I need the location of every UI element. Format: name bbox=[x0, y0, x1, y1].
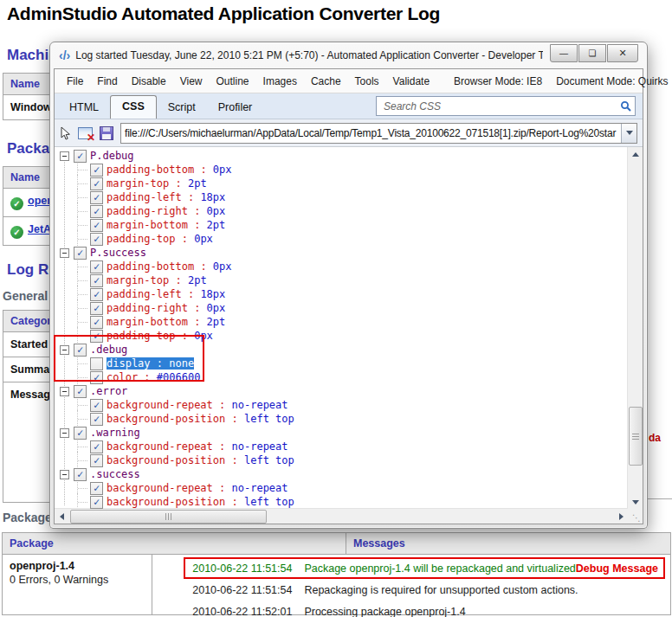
css-tree: ✓P.debug✓padding-bottom : 0px✓margin-top… bbox=[55, 147, 628, 509]
css-property-name: margin-bottom bbox=[107, 316, 188, 328]
close-button[interactable]: ✕ bbox=[607, 44, 638, 62]
menu-tools[interactable]: Tools bbox=[348, 72, 386, 91]
collapse-icon[interactable] bbox=[60, 248, 69, 258]
css-property-row[interactable]: ✓padding-left : 18px bbox=[55, 190, 628, 204]
menu-outline[interactable]: Outline bbox=[210, 72, 256, 91]
rule-checkbox[interactable]: ✓ bbox=[90, 316, 103, 329]
rule-checkbox[interactable]: ✓ bbox=[90, 164, 103, 177]
menu-images[interactable]: Images bbox=[256, 72, 304, 91]
collapse-icon[interactable] bbox=[60, 428, 69, 438]
message-timestamp: 2010-06-22 11:52:01 bbox=[192, 606, 292, 617]
css-property-row[interactable]: ✓padding-top : 0px bbox=[55, 232, 628, 246]
rule-checkbox[interactable]: ✓ bbox=[90, 219, 103, 232]
horizontal-scrollbar[interactable] bbox=[55, 508, 628, 524]
titlebar[interactable]: ‹/› Log started Tuesday, June 22, 2010 5… bbox=[50, 42, 647, 68]
tab-css[interactable]: CSS bbox=[110, 95, 157, 119]
rule-checkbox[interactable]: ✓ bbox=[90, 177, 103, 190]
rule-checkbox[interactable]: ✓ bbox=[90, 233, 103, 246]
rule-checkbox[interactable]: ✓ bbox=[90, 260, 103, 273]
save-icon[interactable] bbox=[100, 126, 113, 140]
stylesheet-combobox[interactable]: file:///C:/Users/michaelurman/AppData/Lo… bbox=[120, 123, 637, 144]
css-property-row[interactable]: ✓padding-right : 0px bbox=[55, 301, 628, 315]
rule-checkbox[interactable]: ✓ bbox=[74, 468, 87, 481]
css-property-row[interactable]: ✓padding-right : 0px bbox=[55, 204, 628, 218]
rule-checkbox[interactable]: ✓ bbox=[90, 454, 103, 467]
tab-html[interactable]: HTML bbox=[58, 97, 110, 119]
log-message: 2010-06-22 11:52:01 Processing package o… bbox=[184, 601, 665, 617]
css-property-row[interactable]: ✓background-position : left top bbox=[55, 412, 628, 426]
menu-disable[interactable]: Disable bbox=[125, 72, 173, 91]
resize-grip-icon[interactable]: ⋱ bbox=[628, 509, 643, 524]
rule-checkbox[interactable]: ✓ bbox=[90, 191, 103, 204]
rule-checkbox[interactable]: ✓ bbox=[90, 399, 103, 412]
collapse-icon[interactable] bbox=[60, 387, 69, 396]
css-rule-row[interactable]: ✓.warning bbox=[55, 426, 628, 440]
css-property-row[interactable]: ✓margin-bottom : 2pt bbox=[55, 315, 628, 329]
css-property-row[interactable]: ✓margin-bottom : 2pt bbox=[55, 218, 628, 232]
minimize-button[interactable]: — bbox=[550, 44, 578, 62]
collapse-icon[interactable] bbox=[60, 470, 69, 479]
log-message: 2010-06-22 11:51:54 Repackaging is requi… bbox=[184, 579, 665, 601]
maximize-button[interactable]: ❏ bbox=[578, 44, 606, 62]
css-property-row[interactable]: ✓background-repeat : no-repeat bbox=[55, 398, 628, 412]
menu-validate[interactable]: Validate bbox=[386, 72, 436, 91]
vertical-scrollbar[interactable] bbox=[627, 147, 643, 509]
css-property-row[interactable]: ✓margin-top : 2pt bbox=[55, 273, 628, 287]
tab-script[interactable]: Script bbox=[157, 97, 207, 119]
menu-cache[interactable]: Cache bbox=[304, 72, 348, 91]
rule-checkbox[interactable]: ✓ bbox=[90, 482, 103, 495]
machines-heading: Machi bbox=[7, 47, 48, 64]
css-rule-row[interactable]: ✓.error bbox=[55, 384, 628, 398]
css-property-name: padding-bottom bbox=[107, 260, 194, 273]
col-header-messages: Messages bbox=[346, 533, 670, 554]
clear-browser-cache-icon[interactable] bbox=[78, 127, 93, 139]
table-border-fragment bbox=[646, 498, 672, 499]
css-property-row[interactable]: ✓padding-bottom : 0px bbox=[55, 163, 628, 177]
rule-checkbox[interactable]: ✓ bbox=[90, 440, 103, 453]
css-rule-row[interactable]: ✓P.success bbox=[55, 246, 628, 260]
rule-checkbox[interactable]: ✓ bbox=[74, 385, 87, 398]
collapse-icon[interactable] bbox=[60, 151, 69, 161]
css-property-row[interactable]: ✓padding-left : 18px bbox=[55, 287, 628, 301]
css-rule-row[interactable]: ✓.success bbox=[55, 467, 628, 481]
scroll-right-button[interactable] bbox=[614, 510, 628, 524]
rule-checkbox[interactable]: ✓ bbox=[74, 247, 87, 260]
tab-profiler[interactable]: Profiler bbox=[207, 97, 264, 119]
rule-checkbox[interactable]: ✓ bbox=[90, 274, 103, 287]
css-property-value: 2pt bbox=[188, 274, 207, 286]
clipped-red-text: da bbox=[649, 432, 661, 444]
rule-checkbox[interactable]: ✓ bbox=[90, 205, 103, 218]
scroll-up-button[interactable] bbox=[628, 147, 643, 161]
rule-checkbox[interactable]: ✓ bbox=[90, 496, 103, 509]
scroll-down-button[interactable] bbox=[628, 495, 643, 509]
menu-view[interactable]: View bbox=[173, 72, 210, 91]
css-rule-row[interactable]: ✓P.debug bbox=[55, 149, 628, 163]
css-selector: .success bbox=[90, 468, 140, 480]
rule-checkbox[interactable]: ✓ bbox=[74, 150, 87, 163]
rule-checkbox[interactable]: ✓ bbox=[90, 413, 103, 426]
css-property-row[interactable]: ✓padding-bottom : 0px bbox=[55, 260, 628, 273]
horizontal-scrollbar-thumb[interactable] bbox=[70, 510, 267, 524]
menu-file[interactable]: File bbox=[60, 72, 90, 91]
css-property-name: padding-left bbox=[107, 288, 182, 300]
css-property-row[interactable]: ✓background-position : left top bbox=[55, 495, 628, 509]
vertical-scrollbar-thumb[interactable] bbox=[629, 407, 643, 466]
css-property-row[interactable]: ✓margin-top : 2pt bbox=[55, 177, 628, 190]
document-mode-menu[interactable]: Document Mode: Quirks bbox=[549, 72, 672, 91]
rule-checkbox[interactable]: ✓ bbox=[74, 427, 87, 440]
rule-checkbox[interactable]: ✓ bbox=[90, 302, 103, 315]
select-element-cursor-icon[interactable] bbox=[60, 126, 71, 140]
search-icon[interactable] bbox=[620, 100, 631, 112]
message-text: Repackaging is required for unsupported … bbox=[304, 584, 578, 596]
css-property-row[interactable]: ✓background-position : left top bbox=[55, 453, 628, 467]
scroll-left-button[interactable] bbox=[55, 510, 68, 524]
rule-checkbox[interactable]: ✓ bbox=[90, 288, 103, 301]
browser-mode-menu[interactable]: Browser Mode: IE8 bbox=[447, 72, 549, 91]
css-property-row[interactable]: ✓background-repeat : no-repeat bbox=[55, 481, 628, 495]
combobox-dropdown-button[interactable] bbox=[621, 124, 636, 143]
search-input[interactable] bbox=[382, 100, 620, 113]
menu-find[interactable]: Find bbox=[90, 72, 124, 91]
css-property-name: padding-bottom bbox=[107, 164, 194, 176]
package-link[interactable]: JetA bbox=[28, 223, 51, 235]
css-property-row[interactable]: ✓background-repeat : no-repeat bbox=[55, 440, 628, 453]
